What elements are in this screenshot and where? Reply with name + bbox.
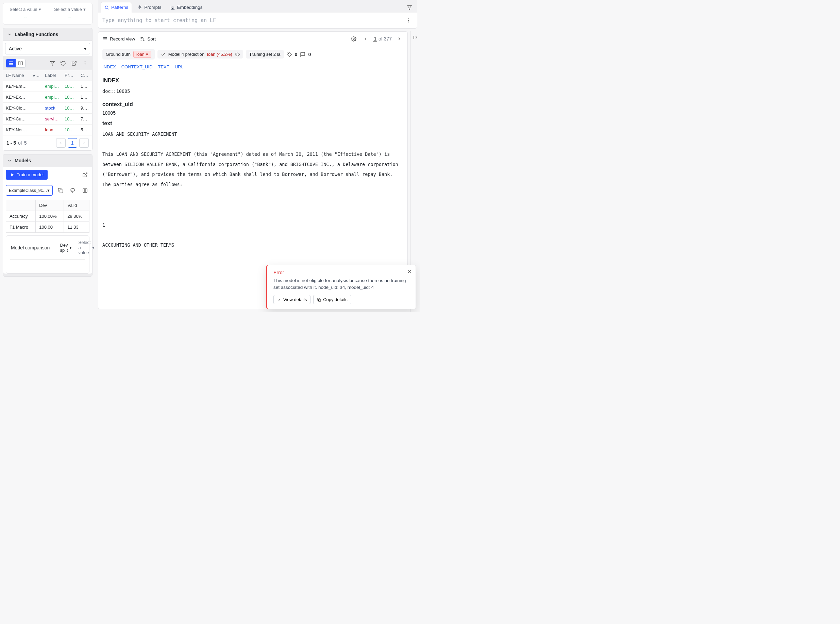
labeling-functions-panel: Labeling Functions Active ▾: [3, 28, 92, 151]
metric-valid: 11.33: [64, 222, 89, 233]
table-row[interactable]: KEY-Note-text-suggeste…loan100.0%5.57%: [3, 125, 92, 136]
index-value: doc::10005: [102, 86, 403, 97]
check-icon: [161, 52, 166, 57]
select-value-2-label: Select a value: [54, 7, 82, 12]
lf-name: KEY-Customer-text-sugg…: [3, 114, 30, 125]
more-vertical-icon: [82, 60, 88, 66]
chevron-right-icon: [82, 141, 86, 145]
copy-model-button[interactable]: [56, 186, 65, 195]
lf-col-prec[interactable]: Prec. (G…: [62, 70, 78, 81]
caret-down-icon: ▾: [83, 7, 86, 12]
lf-col-name[interactable]: LF Name: [3, 70, 30, 81]
scatter-icon: [170, 5, 175, 10]
more-button[interactable]: [80, 59, 89, 68]
context-uid-heading: context_uid: [102, 101, 403, 108]
lf-prec: 100.0%: [62, 114, 78, 125]
model-select-value: ExampleClass_9cc1c866-75a6-4f83-8ee6-db2…: [9, 188, 47, 193]
toast-view-details[interactable]: View details: [273, 295, 310, 304]
model-select[interactable]: ExampleClass_9cc1c866-75a6-4f83-8ee6-db2…: [6, 185, 53, 196]
table-row[interactable]: KEY-Executive shall-text-…employment100.…: [3, 92, 92, 103]
tab-embeddings-label: Embeddings: [177, 5, 203, 10]
tabs-filter-button[interactable]: [405, 3, 414, 12]
lf-create-input[interactable]: [102, 17, 401, 23]
collapse-icon: [413, 35, 418, 40]
refresh-button[interactable]: [59, 59, 68, 68]
card-icon: [18, 60, 23, 66]
ground-truth-chip[interactable]: Ground truth loan ▾: [102, 49, 155, 60]
lf-col-cov[interactable]: Covera…: [78, 70, 92, 81]
models-header[interactable]: Models: [3, 154, 92, 167]
compare-value-select[interactable]: Select a value ▾: [79, 240, 94, 255]
lf-name: KEY-Executive shall-text-…: [3, 92, 30, 103]
page-current[interactable]: 1: [68, 138, 77, 148]
record-settings[interactable]: [349, 34, 358, 43]
tab-prompts[interactable]: Prompts: [134, 2, 165, 12]
lf-name: KEY-Employee shall-text-…: [3, 81, 30, 92]
table-row[interactable]: KEY-Closing Date-text-su…stock100.0%9.28…: [3, 103, 92, 114]
more-vertical-icon: [406, 18, 411, 23]
text-body: LOAN AND SECURITY AGREEMENT This LOAN AN…: [102, 129, 403, 250]
comment-icon[interactable]: [300, 52, 305, 57]
split-chip[interactable]: Training set 2 la: [246, 50, 284, 59]
lf-prec: 100.0%: [62, 103, 78, 114]
menu-icon: [102, 36, 108, 42]
open-external-button[interactable]: [70, 59, 79, 68]
lf-cov: 15.6%: [78, 92, 92, 103]
field-link-index[interactable]: INDEX: [102, 64, 116, 70]
chevron-left-icon: [59, 141, 63, 145]
field-link-url[interactable]: URL: [175, 64, 183, 70]
chevron-down-icon: [7, 158, 12, 163]
record-prev[interactable]: [362, 35, 370, 43]
columns-button[interactable]: [80, 186, 89, 195]
lf-input-more[interactable]: [404, 16, 413, 25]
tag-icon[interactable]: [287, 52, 292, 57]
lf-prec: 100.0%: [62, 125, 78, 136]
filter-button[interactable]: [48, 59, 57, 68]
prediction-chip[interactable]: Model 4 prediction loan (45.2%): [157, 50, 243, 59]
text-heading: text: [102, 120, 403, 127]
models-external-button[interactable]: [80, 170, 89, 179]
lf-filter-dropdown[interactable]: Active ▾: [5, 43, 90, 54]
tab-patterns[interactable]: Patterns: [101, 2, 132, 12]
select-value-2-value: --: [49, 14, 91, 19]
copy-icon: [317, 298, 321, 302]
svg-point-21: [172, 8, 172, 8]
record-next[interactable]: [395, 35, 403, 43]
select-value-1[interactable]: Select a value ▾: [9, 7, 41, 12]
table-row[interactable]: KEY-Customer-text-sugg…services100.0%7.1…: [3, 114, 92, 125]
comments-count: 0: [308, 52, 311, 57]
sort-button[interactable]: Sort: [140, 36, 156, 42]
copy-icon: [58, 188, 63, 193]
split-select[interactable]: Dev split ▾: [60, 242, 71, 253]
svg-rect-1: [9, 63, 13, 63]
metric-name: F1 Macro: [6, 222, 36, 233]
page-next[interactable]: [79, 138, 89, 148]
lf-col-voted[interactable]: Voted: [30, 70, 43, 81]
train-model-button[interactable]: Train a model: [6, 170, 48, 180]
tab-embeddings[interactable]: Embeddings: [167, 2, 206, 12]
divider: [10, 259, 85, 259]
labeling-functions-header[interactable]: Labeling Functions: [3, 28, 92, 40]
lf-col-label[interactable]: Label: [42, 70, 62, 81]
page-prev[interactable]: [56, 138, 66, 148]
svg-point-13: [71, 188, 75, 191]
select-value-2[interactable]: Select a value ▾: [54, 7, 86, 12]
svg-point-27: [408, 20, 409, 21]
external-icon: [82, 172, 88, 178]
toast-close[interactable]: ✕: [407, 269, 412, 275]
field-link-context-uid[interactable]: CONTEXT_UID: [122, 64, 153, 70]
card-view-toggle[interactable]: [15, 59, 25, 67]
svg-rect-2: [9, 64, 13, 65]
svg-line-6: [74, 61, 76, 63]
lasso-button[interactable]: [68, 186, 77, 195]
gt-pill[interactable]: loan ▾: [133, 51, 151, 58]
table-row[interactable]: KEY-Employee shall-text-…employment100.0…: [3, 81, 92, 92]
lf-voted: [30, 103, 43, 114]
toast-copy-details[interactable]: Copy details: [313, 295, 351, 304]
list-view-toggle[interactable]: [6, 59, 15, 67]
svg-point-35: [353, 38, 354, 39]
metrics-col-valid: Valid: [64, 200, 89, 211]
field-link-text[interactable]: TEXT: [158, 64, 169, 70]
model-comparison-title: Model comparison: [11, 245, 50, 250]
record-view-button[interactable]: Record view: [102, 36, 135, 42]
